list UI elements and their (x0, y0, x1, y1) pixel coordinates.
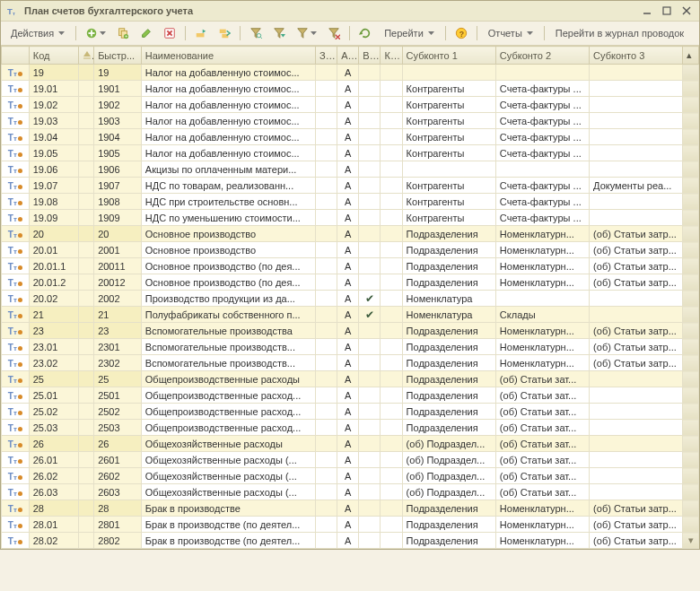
col-sort-header[interactable] (78, 47, 94, 65)
scrollbar-down[interactable]: ▾ (683, 533, 699, 549)
col-icon-header[interactable] (2, 47, 30, 65)
move-up-level-button[interactable] (190, 24, 212, 42)
table-row[interactable]: Tт25.032503Общепроизводственные расход..… (2, 420, 699, 436)
col-s2-header[interactable]: Субконто 2 (495, 47, 589, 65)
col-a-header[interactable]: А... (337, 47, 359, 65)
scrollbar-track[interactable] (683, 436, 699, 452)
table-row[interactable]: Tт2323Вспомогательные производстваАПодра… (2, 323, 699, 339)
scrollbar-track[interactable] (683, 178, 699, 194)
table-row[interactable]: Tт20.01.120011Основное производство (по … (2, 258, 699, 274)
add-button[interactable] (81, 24, 110, 42)
scrollbar-track[interactable] (683, 387, 699, 404)
code-cell: 19.04 (29, 129, 78, 145)
table-row[interactable]: Tт1919Налог на добавленную стоимос...А (2, 65, 699, 81)
table-row[interactable]: Tт19.061906Акцизы по оплаченным матери..… (2, 161, 699, 178)
filter-clear-button[interactable] (323, 24, 345, 42)
table-row[interactable]: Tт26.032603Общехозяйственные расходы (..… (2, 484, 699, 500)
table-row[interactable]: Tт28.012801Брак в производстве (по деяте… (2, 517, 699, 533)
reports-menu[interactable]: Отчеты (482, 24, 539, 42)
col-k-header[interactable]: К... (381, 47, 402, 65)
table-row[interactable]: Tт2626Общехозяйственные расходыА(об) Под… (2, 436, 699, 452)
subkonto2-cell: (об) Статьи зат... (495, 468, 589, 484)
minimize-button[interactable] (640, 4, 654, 17)
scrollbar-track[interactable] (683, 97, 699, 113)
scrollbar-track[interactable] (683, 484, 699, 500)
table-row[interactable]: Tт19.011901Налог на добавленную стоимос.… (2, 81, 699, 97)
scrollbar-track[interactable] (683, 371, 699, 387)
table-row[interactable]: Tт19.021902Налог на добавленную стоимос.… (2, 97, 699, 113)
refresh-button[interactable] (354, 24, 376, 42)
scrollbar-track[interactable] (683, 452, 699, 468)
table-row[interactable]: Tт20.012001Основное производствоАПодразд… (2, 242, 699, 258)
scrollbar-track[interactable] (683, 81, 699, 97)
col-v-header[interactable]: В... (359, 47, 381, 65)
table-row[interactable]: Tт26.012601Общехозяйственные расходы (..… (2, 452, 699, 468)
table-row[interactable]: Tт19.031903Налог на добавленную стоимос.… (2, 113, 699, 129)
scrollbar-track[interactable] (683, 258, 699, 274)
scrollbar-track[interactable] (683, 339, 699, 355)
table-row[interactable]: Tт20.01.220012Основное производство (по … (2, 274, 699, 291)
table-row[interactable]: Tт23.022302Вспомогательные производств..… (2, 355, 699, 371)
copy-button[interactable]: + (112, 24, 134, 42)
filter-history-button[interactable] (292, 24, 321, 42)
scrollbar-track[interactable] (683, 194, 699, 210)
scrollbar-track[interactable] (683, 323, 699, 339)
delete-button[interactable] (159, 24, 180, 42)
table-row[interactable]: Tт20.022002Производство продукции из да.… (2, 291, 699, 307)
table-row[interactable]: Tт2525Общепроизводственные расходыАПодра… (2, 371, 699, 387)
scrollbar-up[interactable]: ▴ (683, 47, 699, 65)
k-cell (381, 404, 402, 420)
scrollbar-track[interactable] (683, 517, 699, 533)
scrollbar-track[interactable] (683, 291, 699, 307)
table-row[interactable]: Tт28.022802Брак в производстве (по деяте… (2, 533, 699, 549)
table-row[interactable]: Tт25.012501Общепроизводственные расход..… (2, 387, 699, 404)
table-row[interactable]: Tт25.022502Общепроизводственные расход..… (2, 404, 699, 420)
actions-menu[interactable]: Действия (4, 24, 71, 42)
journal-link[interactable]: Перейти в журнал проводок (549, 24, 690, 42)
col-s3-header[interactable]: Субконто 3 (590, 47, 683, 65)
scrollbar-track[interactable] (683, 113, 699, 129)
move-item-button[interactable] (214, 24, 235, 42)
scrollbar-track[interactable] (683, 129, 699, 145)
table-row[interactable]: Tт19.081908НДС при строительстве основн.… (2, 194, 699, 210)
col-z-header[interactable]: З... (316, 47, 337, 65)
scrollbar-track[interactable] (683, 145, 699, 161)
subkonto1-cell: (об) Подраздел... (402, 452, 495, 468)
table-row[interactable]: Tт23.012301Вспомогательные производств..… (2, 339, 699, 355)
close-button[interactable] (679, 4, 694, 17)
table-row[interactable]: Tт2121Полуфабрикаты собственного п...А✔Н… (2, 307, 699, 323)
edit-button[interactable] (136, 24, 157, 42)
filter-find-button[interactable] (245, 24, 267, 42)
filter-current-button[interactable] (268, 24, 290, 42)
table-row[interactable]: Tт19.091909НДС по уменьшению стоимости..… (2, 210, 699, 226)
table-row[interactable]: Tт26.022602Общехозяйственные расходы (..… (2, 468, 699, 484)
table-row[interactable]: Tт19.041904Налог на добавленную стоимос.… (2, 129, 699, 145)
scrollbar-track[interactable] (683, 161, 699, 178)
a-cell: А (337, 500, 359, 517)
help-button[interactable]: ? (451, 24, 472, 42)
accounts-grid[interactable]: Код Быстр... Наименование З... А... В...… (1, 46, 699, 549)
scrollbar-track[interactable] (683, 210, 699, 226)
scrollbar-track[interactable] (683, 404, 699, 420)
maximize-button[interactable] (660, 4, 674, 17)
col-name-header[interactable]: Наименование (141, 47, 315, 65)
name-cell: Общехозяйственные расходы (... (141, 468, 315, 484)
scrollbar-track[interactable] (683, 226, 699, 242)
goto-menu[interactable]: Перейти (378, 24, 441, 42)
code-cell: 19.05 (29, 145, 78, 161)
col-code-header[interactable]: Код (29, 47, 78, 65)
table-row[interactable]: Tт19.051905Налог на добавленную стоимос.… (2, 145, 699, 161)
table-row[interactable]: Tт2020Основное производствоАПодразделени… (2, 226, 699, 242)
scrollbar-track[interactable] (683, 500, 699, 517)
col-fast-header[interactable]: Быстр... (94, 47, 142, 65)
scrollbar-track[interactable] (683, 274, 699, 291)
table-row[interactable]: Tт19.071907НДС по товарам, реализованн..… (2, 178, 699, 194)
table-row[interactable]: Tт2828Брак в производствеАПодразделенияН… (2, 500, 699, 517)
scrollbar-track[interactable] (683, 420, 699, 436)
col-s1-header[interactable]: Субконто 1 (402, 47, 495, 65)
scrollbar-track[interactable] (683, 242, 699, 258)
scrollbar-track[interactable] (683, 355, 699, 371)
scrollbar-track[interactable] (683, 307, 699, 323)
scrollbar-track[interactable] (683, 65, 699, 81)
scrollbar-track[interactable] (683, 468, 699, 484)
